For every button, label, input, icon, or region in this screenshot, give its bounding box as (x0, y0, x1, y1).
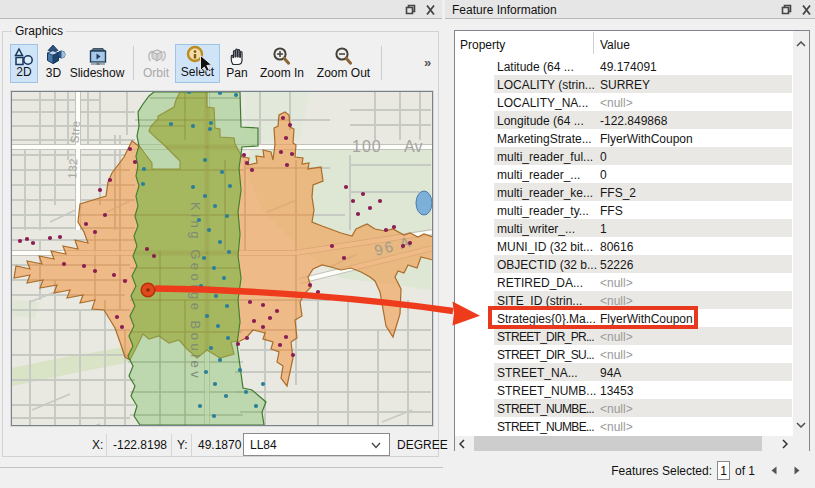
svg-text:Av: Av (404, 138, 422, 155)
svg-text:King George Boulev: King George Boulev (188, 202, 203, 381)
svg-text:100: 100 (352, 138, 382, 155)
